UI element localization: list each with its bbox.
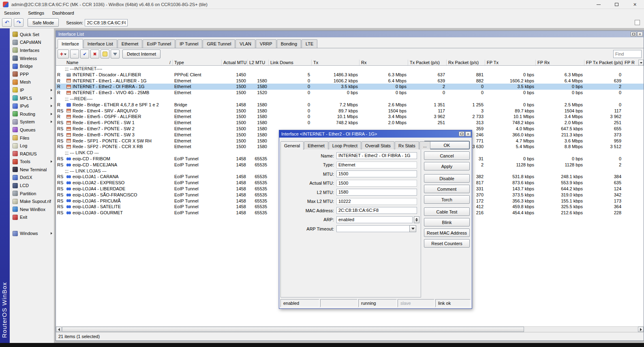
sidebar-item-lcd[interactable]: LCD bbox=[10, 181, 54, 190]
cable-test-button[interactable]: Cable Test bbox=[424, 207, 470, 216]
menu-dashboard[interactable]: Dashboard bbox=[52, 11, 74, 15]
apply-button[interactable]: Apply bbox=[424, 162, 470, 170]
table-row[interactable]: RINTERNET - Ether3 - VIVO 4G - 25MBEther… bbox=[56, 90, 644, 96]
filter-button[interactable] bbox=[111, 50, 120, 58]
blink-button[interactable]: Blink bbox=[424, 218, 470, 226]
reset-mac-address-button[interactable]: Reset MAC Address bbox=[424, 228, 470, 237]
dialog-tab-ethernet[interactable]: Ethernet bbox=[304, 141, 328, 149]
tab-ip-tunnel[interactable]: IP Tunnel bbox=[175, 39, 202, 48]
tab-gre-tunnel[interactable]: GRE Tunnel bbox=[203, 39, 235, 48]
sidebar-item-system[interactable]: System bbox=[10, 118, 54, 126]
cancel-button[interactable]: Cancel bbox=[424, 151, 470, 160]
l2-mtu-input[interactable]: 1580 bbox=[336, 189, 417, 196]
tab-lte[interactable]: LTE bbox=[302, 39, 317, 48]
column-header-actual-mtu[interactable]: Actual MTU bbox=[222, 60, 248, 65]
tab-eoip-tunnel[interactable]: EoIP Tunnel bbox=[143, 39, 175, 48]
sidebar-item-make-supout-rif[interactable]: Make Supout.rif bbox=[10, 197, 54, 205]
sidebar-item-quick-set[interactable]: Quick Set bbox=[10, 30, 54, 39]
column-header-tx-packet-p-s[interactable]: Tx Packet (p/s) bbox=[408, 60, 447, 65]
mac-address-input[interactable]: 2C:C8:1B:CA:6C:F8 bbox=[336, 207, 417, 214]
maximize-button[interactable] bbox=[608, 0, 626, 9]
child-maximize-button[interactable] bbox=[631, 32, 636, 37]
tab-ethernet[interactable]: Ethernet bbox=[118, 39, 143, 48]
tab-interface-list[interactable]: Interface List bbox=[83, 39, 117, 48]
name-input[interactable]: INTERNET - Ether2 - OI FIBRA - 1G bbox=[336, 152, 417, 159]
column-header-fp-tx[interactable]: FP Tx bbox=[485, 60, 536, 65]
sidebar-item-interfaces[interactable]: Interfaces bbox=[10, 46, 54, 54]
menu-settings[interactable]: Settings bbox=[28, 11, 44, 15]
sidebar-item-mesh[interactable]: Mesh bbox=[10, 78, 54, 86]
table-row[interactable]: RSRede - Ether6 - PONTE - SW 1Ethernet15… bbox=[56, 120, 644, 126]
table-row[interactable]: RRede - Ether5 - OSPF - ALLFIBEREthernet… bbox=[56, 114, 644, 120]
arp-input[interactable]: enabled bbox=[336, 216, 413, 223]
sidebar-item-partition[interactable]: Partition bbox=[10, 190, 54, 198]
comment-button[interactable]: Comment bbox=[424, 185, 470, 193]
close-button[interactable] bbox=[626, 0, 644, 9]
sidebar-item-new-terminal[interactable]: New Terminal bbox=[10, 166, 54, 174]
column-header-fp-rx[interactable]: FP Rx bbox=[536, 60, 584, 65]
dialog-maximize-button[interactable] bbox=[459, 131, 464, 136]
sidebar-item-ppp[interactable]: PPP bbox=[10, 70, 54, 78]
disable-button[interactable]: ✖ bbox=[90, 50, 99, 58]
table-row[interactable]: RINTERNET - Ether1 - ALLFIBER - 1GEthern… bbox=[56, 78, 644, 84]
scrollbar-thumb[interactable] bbox=[62, 327, 524, 332]
menu-session[interactable]: Session bbox=[4, 11, 20, 15]
add-button[interactable]: + bbox=[58, 50, 69, 58]
child-close-button[interactable] bbox=[637, 32, 643, 37]
torch-button[interactable]: Torch bbox=[424, 195, 470, 204]
mtu-input[interactable]: 1500 bbox=[336, 170, 417, 177]
scrollbar-track[interactable] bbox=[524, 327, 638, 332]
column-header-rx[interactable]: Rx bbox=[359, 60, 408, 65]
dialog-tab-general[interactable]: General bbox=[280, 141, 304, 150]
disable-button[interactable]: Disable bbox=[424, 174, 470, 183]
table-row[interactable]: RSRede - Ether4 - SRV - ARQUIVOEthernet1… bbox=[56, 108, 644, 114]
sidebar-item-wireless[interactable]: Wireless bbox=[10, 54, 54, 63]
tab-bonding[interactable]: Bonding bbox=[277, 39, 301, 48]
column-header-link-downs[interactable]: Link Downs bbox=[269, 60, 312, 65]
tab-interface[interactable]: Interface bbox=[58, 39, 83, 48]
sidebar-item-radius[interactable]: RADIUS bbox=[10, 150, 54, 158]
comment-button[interactable] bbox=[101, 50, 109, 58]
session-input[interactable] bbox=[85, 19, 128, 26]
sidebar-item-log[interactable]: Log bbox=[10, 142, 54, 150]
dialog-tab-overall-stats[interactable]: Overall Stats bbox=[362, 141, 394, 149]
dialog-titlebar[interactable]: Interface <INTERNET - Ether2 - OI FIBRA … bbox=[279, 130, 472, 138]
enable-button[interactable]: ✔ bbox=[80, 50, 89, 58]
sidebar-item-files[interactable]: Files bbox=[10, 134, 54, 142]
remove-button[interactable]: − bbox=[70, 50, 79, 58]
updown-button[interactable] bbox=[414, 216, 419, 223]
arp-timeout-input[interactable] bbox=[336, 225, 410, 232]
detect-internet-button[interactable]: Detect Internet bbox=[122, 50, 160, 58]
dialog-close-button[interactable] bbox=[465, 131, 471, 136]
dialog-tab-loop-protect[interactable]: Loop Protect bbox=[329, 141, 361, 149]
minimize-button[interactable] bbox=[589, 0, 608, 9]
table-row[interactable]: RINTERNET - Discador - ALLFIBERPPPoE Cli… bbox=[56, 72, 644, 78]
column-header-tx[interactable]: Tx bbox=[312, 60, 359, 65]
find-input[interactable] bbox=[613, 50, 642, 58]
reset-counters-button[interactable]: Reset Counters bbox=[424, 239, 470, 248]
comment-row[interactable]: ;;; ---INTERNET---- bbox=[56, 66, 644, 72]
dropdown-button[interactable] bbox=[409, 225, 416, 232]
safe-mode-button[interactable]: Safe Mode bbox=[28, 18, 59, 27]
column-header-fp-tx-packet-p-s[interactable]: FP Tx Packet (p/s) bbox=[584, 60, 623, 65]
sidebar-item-capsman[interactable]: CAPsMAN bbox=[10, 39, 54, 47]
column-header-name[interactable]: Name/ bbox=[65, 60, 173, 65]
horizontal-scrollbar[interactable] bbox=[56, 326, 644, 332]
dialog-tab-more[interactable]: ... bbox=[419, 141, 430, 149]
tab-vlan[interactable]: VLAN bbox=[235, 39, 255, 48]
column-header-type[interactable]: Type bbox=[173, 60, 222, 65]
column-header-rx-packet-p-s[interactable]: Rx Packet (p/s) bbox=[447, 60, 485, 65]
interface-list-titlebar[interactable]: Interface List bbox=[56, 31, 644, 37]
sidebar-item-bridge[interactable]: Bridge bbox=[10, 62, 54, 70]
dialog-tab-rx-stats[interactable]: Rx Stats bbox=[395, 141, 419, 149]
sidebar-item-queues[interactable]: Queues bbox=[10, 126, 54, 134]
redo-button[interactable] bbox=[14, 18, 24, 27]
sidebar-item-new-winbox[interactable]: New WinBox bbox=[10, 205, 54, 213]
window-titlebar[interactable]: admin@2C:C8:1B:CA:6C:FC (MK - CCR 1036) … bbox=[0, 0, 644, 9]
comment-row[interactable]: ;;; ---REDE---- bbox=[56, 96, 644, 102]
sidebar-item-routing[interactable]: Routing bbox=[10, 110, 54, 118]
ok-button[interactable]: OK bbox=[424, 141, 470, 149]
tab-vrrp[interactable]: VRRP bbox=[256, 39, 276, 48]
sidebar-item-ipv6[interactable]: IPv6 bbox=[10, 102, 54, 110]
toolbar-right-button[interactable] bbox=[635, 20, 640, 25]
